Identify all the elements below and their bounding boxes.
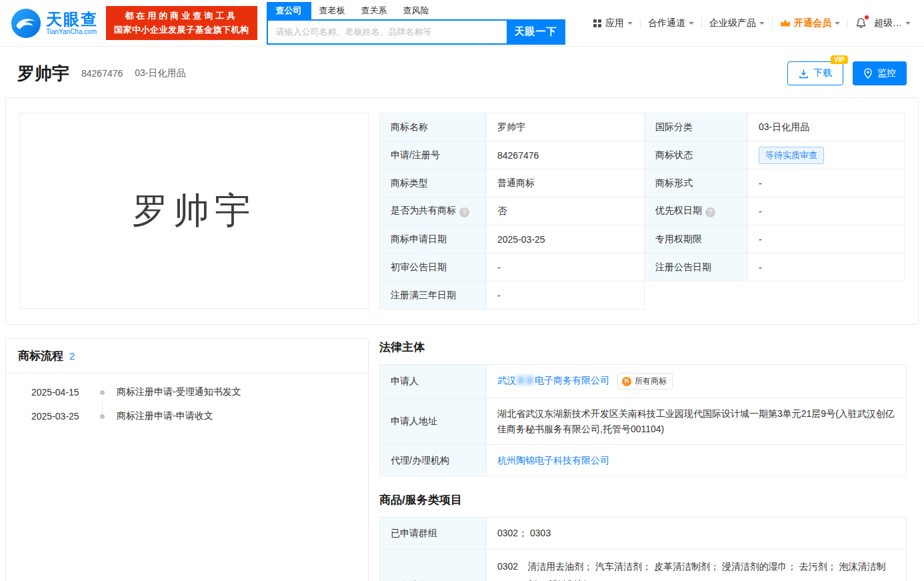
notifications-bell[interactable] [855,17,867,29]
goods-group-items: 清洁用去油剂； 汽车清洁剂； 皮革清洁制剂； 浸清洁剂的湿巾； 去污剂； 泡沫清… [527,558,895,581]
agent-company-link[interactable]: 杭州陶锦电子科技有限公司 [497,455,609,466]
process-card-header: 商标流程 2 [6,339,368,374]
nav-cooperation-label: 合作通道 [648,17,685,29]
field-label: 初审公告日期 [380,253,487,281]
field-label: 申请/注册号 [380,141,487,169]
apps-grid-icon [593,19,602,28]
nav-divider [701,19,702,28]
goods-group-code: 0302 [497,558,518,581]
table-row: 是否为共有商标? 否 优先权日期? - [380,197,905,225]
field-value: - [487,253,645,281]
field-value: 罗帅宇 [487,113,645,141]
download-label: 下载 [813,67,832,79]
legal-entity-table: 申请人 武汉某某电子商务有限公司 R 所有商标 申请人地址 湖北省武汉东湖新技术… [379,364,907,476]
status-badge: 等待实质审查 [759,147,824,164]
field-label: 商标类型 [380,169,487,197]
search-button[interactable]: 天眼一下 [507,19,565,45]
nav-enterprise-label: 企业级产品 [709,17,756,29]
process-timeline: 2025-04-15 商标注册申请-受理通知书发文 2025-03-25 商标注… [6,374,368,443]
field-label: 申请人 [380,365,487,398]
tab-risk[interactable]: 查风险 [403,2,429,19]
trademark-image: 罗帅宇 [19,113,369,309]
vip-badge: VIP [831,55,848,64]
search-tabs: 查公司 查老板 查关系 查风险 [267,2,565,19]
chevron-down-icon [905,22,911,27]
chevron-down-icon [627,22,633,27]
timeline-date: 2025-04-15 [31,387,95,398]
field-value: 0302 清洁用去油剂； 汽车清洁剂； 皮革清洁制剂； 浸清洁剂的湿巾； 去污剂… [487,549,907,581]
field-value: 湖北省武汉东湖新技术开发区关南科技工业园现代国际设计城一期第3单元21层9号(入… [487,398,907,445]
field-value: - [487,281,645,310]
table-row: 代理/办理机构 杭州陶锦电子科技有限公司 [380,444,907,476]
nav-open-vip[interactable]: 开通会员 [780,17,840,29]
nav-super-vip[interactable]: 超级… [874,17,911,29]
field-value: - [748,225,905,253]
nav-divider [640,19,641,28]
nav-cooperation[interactable]: 合作通道 [648,17,694,29]
trademark-detail-card: 罗帅宇 商标名称 罗帅宇 国际分类 03-日化用品 申请/注册号 8426747… [5,97,919,325]
field-label: 申请人地址 [380,398,487,445]
field-label: 已申请商品/服务 [380,549,487,581]
nav-super-vip-label: 超级… [874,17,902,29]
applicant-company-link[interactable]: 武汉某某电子商务有限公司 [497,375,609,386]
title-bar: 罗帅宇 84267476 03-日化用品 VIP 下载 监控 [0,47,924,97]
trademark-info-table: 商标名称 罗帅宇 国际分类 03-日化用品 申请/注册号 84267476 商标… [379,113,905,310]
search-row: 天眼一下 [267,19,565,45]
bottom-section: 商标流程 2 2025-04-15 商标注册申请-受理通知书发文 2025-03… [5,338,919,581]
tab-company[interactable]: 查公司 [267,2,311,19]
nav-apps[interactable]: 应用 [593,17,633,29]
tianyancha-logo[interactable]: 天眼查 TianYanCha.com [11,8,98,39]
field-label: 商标状态 [645,141,748,169]
field-label: 代理/办理机构 [380,444,487,476]
timeline-dot-icon [95,390,109,395]
field-value: 等待实质审查 [748,141,905,169]
page-title: 罗帅宇 [17,62,69,85]
monitor-label: 监控 [877,67,896,79]
help-icon[interactable]: ? [705,207,715,217]
table-row: 已申请群组 0302； 0303 [380,518,907,549]
trademark-process-card: 商标流程 2 2025-04-15 商标注册申请-受理通知书发文 2025-03… [5,338,369,581]
trademark-category: 03-日化用品 [135,67,185,79]
brand-slogan: 都在用的商业查询工具 国家中小企业发展子基金旗下机构 [106,6,257,39]
tab-boss[interactable]: 查老板 [319,2,345,19]
slogan-line1: 都在用的商业查询工具 [114,9,249,23]
table-row: 商标申请日期 2025-03-25 专用权期限 - [380,225,905,253]
tab-relation[interactable]: 查关系 [361,2,387,19]
chevron-down-icon [689,22,694,27]
help-icon[interactable]: ? [459,207,469,217]
logo-text: 天眼查 [46,11,98,28]
search-input[interactable] [267,19,507,45]
field-value: - [748,197,905,225]
goods-services-title: 商品/服务类项目 [379,492,907,508]
all-trademarks-badge[interactable]: R 所有商标 [617,373,673,390]
top-nav: 应用 合作通道 企业级产品 开通会员 [593,17,911,29]
nav-enterprise-products[interactable]: 企业级产品 [709,17,765,29]
logo-subtext: TianYanCha.com [46,28,98,35]
empty-cell [645,281,905,310]
table-row: 商标类型 普通商标 商标形式 - [380,169,905,197]
field-value: 武汉某某电子商务有限公司 R 所有商标 [487,365,907,398]
table-row: 申请人地址 湖北省武汉东湖新技术开发区关南科技工业园现代国际设计城一期第3单元2… [380,398,907,445]
field-label: 商标形式 [645,169,748,197]
slogan-line2: 国家中小企业发展子基金旗下机构 [114,23,249,37]
chevron-down-icon [835,22,840,27]
field-value: 普通商标 [487,169,645,197]
chevron-down-icon [759,22,765,27]
notification-dot [865,15,869,19]
field-value: 84267476 [487,141,645,169]
field-label: 国际分类 [645,113,748,141]
nav-apps-label: 应用 [605,17,624,29]
table-row: 注册满三年日期 - [380,281,905,310]
download-button[interactable]: VIP 下载 [787,61,843,85]
nav-open-vip-label: 开通会员 [794,17,831,29]
monitor-button[interactable]: 监控 [853,61,907,85]
badge-label: 所有商标 [635,375,667,388]
nav-divider [847,19,848,28]
field-value: 杭州陶锦电子科技有限公司 [487,444,907,476]
timeline-dot-icon [95,414,109,419]
timeline-item: 2025-03-25 商标注册申请-申请收文 [31,410,355,423]
field-label: 注册公告日期 [645,253,748,281]
title-actions: VIP 下载 监控 [787,61,907,85]
table-row: 申请/注册号 84267476 商标状态 等待实质审查 [380,141,905,169]
field-label: 优先权日期? [645,197,748,225]
